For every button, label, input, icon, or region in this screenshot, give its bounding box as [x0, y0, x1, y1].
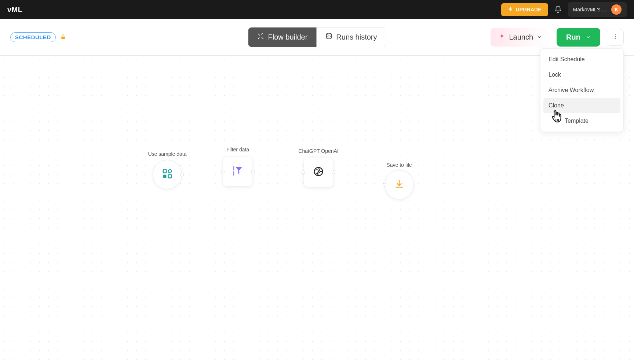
workflow-toolbar: SCHEDULED Flow builder Runs history Laun…: [0, 19, 634, 56]
launch-button[interactable]: Launch: [491, 28, 550, 47]
bolt-icon: [508, 6, 514, 13]
upgrade-label: UPGRADE: [516, 7, 542, 12]
output-port[interactable]: [180, 173, 184, 176]
flow-canvas[interactable]: Use sample data Filter data ChatGPT Open…: [0, 56, 634, 364]
scheduled-badge: SCHEDULED: [10, 32, 56, 42]
database-icon: [325, 33, 332, 42]
svg-point-3: [615, 38, 616, 39]
avatar: K: [611, 4, 622, 15]
dropdown-item-clone[interactable]: Clone: [543, 98, 620, 113]
input-port[interactable]: [383, 183, 386, 187]
blocks-icon: [162, 168, 173, 181]
output-port[interactable]: [251, 170, 255, 173]
output-port[interactable]: [332, 170, 335, 174]
dropdown-item-archive-workflow[interactable]: Archive Workflow: [543, 82, 620, 98]
svg-rect-7: [163, 170, 167, 173]
tab-runs-history-label: Runs history: [336, 33, 377, 41]
view-tabs: Flow builder Runs history: [248, 27, 386, 47]
svg-rect-9: [163, 175, 167, 178]
tools-icon: [257, 33, 265, 42]
input-port[interactable]: [302, 170, 305, 174]
launch-label: Launch: [509, 33, 533, 41]
node-label-sample-data: Use sample data: [147, 151, 188, 157]
topbar: vML UPGRADE MarkovML's .... K: [0, 0, 634, 19]
svg-point-0: [327, 33, 331, 35]
node-label-chatgpt-openai: ChatGPT OpenAI: [298, 148, 339, 154]
dropdown-item-lock[interactable]: Lock: [543, 67, 620, 82]
svg-point-8: [168, 170, 172, 173]
input-port[interactable]: [221, 170, 225, 173]
filter-icon: [232, 165, 244, 179]
openai-icon: [312, 165, 325, 179]
node-chatgpt-openai[interactable]: [304, 158, 333, 187]
run-button[interactable]: Run: [557, 28, 600, 47]
chevron-down-icon: [586, 33, 591, 41]
node-label-filter-data: Filter data: [225, 147, 251, 152]
download-icon: [394, 179, 404, 190]
tab-flow-builder[interactable]: Flow builder: [248, 27, 317, 47]
lock-icon: [60, 34, 66, 41]
app-logo: vML: [7, 5, 23, 14]
flow-edges: [0, 56, 110, 111]
node-filter-data[interactable]: [223, 157, 252, 186]
dropdown-item-template[interactable]: Template: [543, 113, 620, 129]
upgrade-button[interactable]: UPGRADE: [501, 3, 548, 16]
dropdown-item-clone-label: Clone: [549, 102, 564, 109]
run-label: Run: [566, 33, 580, 41]
node-save-to-file[interactable]: [385, 170, 414, 199]
tab-flow-builder-label: Flow builder: [268, 33, 308, 41]
more-actions-dropdown: Edit Schedule Lock Archive Workflow Clon…: [540, 48, 624, 132]
bell-icon[interactable]: [554, 5, 562, 14]
chevron-down-icon: [537, 33, 542, 41]
workspace-switcher[interactable]: MarkovML's .... K: [568, 2, 627, 17]
sparkle-icon: [499, 33, 505, 41]
dropdown-item-edit-schedule[interactable]: Edit Schedule: [543, 52, 620, 67]
more-actions-button[interactable]: [607, 29, 624, 46]
node-sample-data[interactable]: [153, 160, 182, 189]
tab-runs-history[interactable]: Runs history: [316, 27, 386, 47]
svg-point-2: [615, 36, 616, 37]
node-label-save-to-file: Save to file: [383, 162, 415, 168]
svg-rect-10: [168, 175, 172, 178]
workspace-name: MarkovML's ....: [573, 7, 608, 12]
svg-point-1: [615, 34, 616, 35]
kebab-icon: [612, 33, 619, 42]
